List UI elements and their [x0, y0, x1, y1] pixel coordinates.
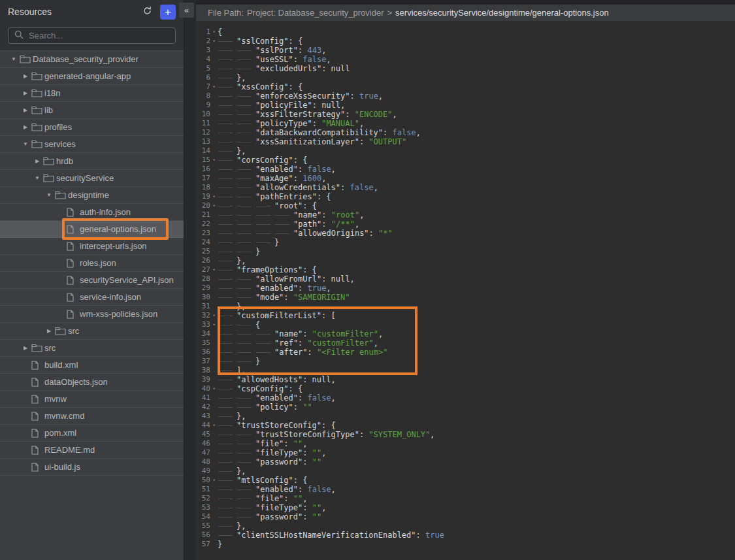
chevron-collapsed-icon[interactable]: ▶ [20, 90, 31, 96]
code-line-30[interactable]: 30"mode": "SAMEORIGIN" [196, 293, 735, 302]
tree-item-hrdb[interactable]: ▶hrdb [0, 153, 184, 170]
fold-arrow-icon[interactable]: ▾ [210, 37, 218, 46]
code-line-43[interactable]: 43}, [196, 412, 735, 421]
code-line-1[interactable]: 1▾{ [196, 27, 735, 37]
tree-item-securityService_API.json[interactable]: securityService_API.json [0, 272, 184, 289]
code-line-47[interactable]: 47"fileType": "", [196, 448, 735, 457]
code-editor[interactable]: 1▾{2▾"sslConfig": {3"sslPort": 443,4"use… [196, 21, 735, 560]
fold-arrow-icon[interactable]: ▾ [210, 156, 218, 165]
tree-item-mvnw[interactable]: mvnw [0, 391, 184, 408]
code-line-52[interactable]: 52"file": "", [196, 494, 735, 503]
collapse-sidebar-button[interactable]: « [179, 3, 194, 18]
tree-item-designtime[interactable]: ▼designtime [0, 187, 184, 204]
code-line-44[interactable]: 44▾"trustStoreConfig": { [196, 421, 735, 430]
tree-item-intercept-urls.json[interactable]: intercept-urls.json [0, 238, 184, 255]
code-line-25[interactable]: 25} [196, 247, 735, 256]
code-line-41[interactable]: 41"enabled": false, [196, 393, 735, 403]
code-line-28[interactable]: 28"allowFromUrl": null, [196, 274, 735, 284]
tree-item-ui-build.js[interactable]: ui-build.js [0, 459, 184, 476]
fold-arrow-icon[interactable]: ▾ [210, 201, 218, 210]
code-line-9[interactable]: 9"policyFile": null, [196, 101, 735, 110]
chevron-expanded-icon[interactable]: ▼ [31, 175, 43, 181]
code-line-38[interactable]: 38], [196, 366, 735, 375]
code-line-57[interactable]: 57} [196, 540, 735, 549]
fold-arrow-icon[interactable]: ▾ [210, 384, 218, 393]
code-line-23[interactable]: 23"allowedOrigins": "*" [196, 229, 735, 238]
fold-arrow-icon[interactable]: ▾ [210, 27, 218, 37]
tree-item-i18n[interactable]: ▶i18n [0, 85, 184, 102]
tree-item-wm-xss-policies.json[interactable]: wm-xss-policies.json [0, 306, 184, 323]
code-line-19[interactable]: 19▾"pathEntries": { [196, 192, 735, 201]
chevron-expanded-icon[interactable]: ▼ [43, 192, 55, 198]
tree-item-securityService[interactable]: ▼securityService [0, 170, 184, 187]
search-input[interactable] [29, 31, 169, 41]
code-line-12[interactable]: 12"dataBackwardCompatibility": false, [196, 128, 735, 137]
code-line-5[interactable]: 5"excludedUrls": null [196, 64, 735, 73]
code-line-8[interactable]: 8"enforceXssSecurity": true, [196, 91, 735, 101]
fold-arrow-icon[interactable]: ▾ [210, 421, 218, 430]
code-line-13[interactable]: 13"xssSanitizationLayer": "OUTPUT" [196, 137, 735, 146]
tree-item-auth-info.json[interactable]: auth-info.json [0, 204, 184, 221]
code-line-29[interactable]: 29"enabled": true, [196, 284, 735, 293]
code-line-55[interactable]: 55}, [196, 521, 735, 531]
code-line-27[interactable]: 27▾"frameOptions": { [196, 265, 735, 274]
code-line-32[interactable]: 32▾"customFilterList": [ [196, 311, 735, 320]
chevron-collapsed-icon[interactable]: ▶ [20, 107, 31, 113]
code-line-14[interactable]: 14}, [196, 146, 735, 156]
tree-item-src[interactable]: ▶src [0, 323, 184, 340]
tree-item-lib[interactable]: ▶lib [0, 102, 184, 119]
code-line-35[interactable]: 35"ref": "customFilter", [196, 338, 735, 348]
tree-item-profiles[interactable]: ▶profiles [0, 119, 184, 136]
chevron-expanded-icon[interactable]: ▼ [20, 141, 31, 147]
code-line-18[interactable]: 18"allowCredentials": false, [196, 183, 735, 192]
tree-item-roles.json[interactable]: roles.json [0, 255, 184, 272]
code-line-39[interactable]: 39"allowedHosts": null, [196, 375, 735, 384]
code-line-3[interactable]: 3"sslPort": 443, [196, 46, 735, 55]
code-line-37[interactable]: 37} [196, 357, 735, 366]
code-line-34[interactable]: 34"name": "customFilter", [196, 329, 735, 338]
chevron-collapsed-icon[interactable]: ▶ [20, 345, 31, 351]
tree-item-service-info.json[interactable]: service-info.json [0, 289, 184, 306]
code-line-36[interactable]: 36"after": "<Filter enum>" [196, 348, 735, 357]
code-line-48[interactable]: 48"password": "" [196, 457, 735, 467]
code-line-40[interactable]: 40▾"cspConfig": { [196, 384, 735, 393]
code-line-2[interactable]: 2▾"sslConfig": { [196, 37, 735, 46]
code-line-51[interactable]: 51"enabled": false, [196, 485, 735, 494]
code-line-10[interactable]: 10"xssFilterStrategy": "ENCODE", [196, 110, 735, 119]
chevron-collapsed-icon[interactable]: ▶ [31, 158, 43, 164]
fold-arrow-icon[interactable]: ▾ [210, 265, 218, 274]
tree-item-pom.xml[interactable]: pom.xml [0, 425, 184, 442]
chevron-expanded-icon[interactable]: ▼ [8, 56, 20, 62]
tree-item-services[interactable]: ▼services [0, 136, 184, 153]
code-line-22[interactable]: 22"path": "/**", [196, 220, 735, 229]
fold-arrow-icon[interactable]: ▾ [210, 476, 218, 485]
code-line-31[interactable]: 31}, [196, 302, 735, 311]
code-line-46[interactable]: 46"file": "", [196, 439, 735, 448]
code-line-11[interactable]: 11"policyType": "MANUAL", [196, 119, 735, 128]
code-line-26[interactable]: 26}, [196, 256, 735, 265]
code-line-21[interactable]: 21"name": "root", [196, 210, 735, 220]
code-line-20[interactable]: 20▾"root": { [196, 201, 735, 210]
code-line-49[interactable]: 49}, [196, 467, 735, 476]
code-line-42[interactable]: 42"policy": "" [196, 403, 735, 412]
code-line-15[interactable]: 15▾"corsConfig": { [196, 156, 735, 165]
tree-item-Database_security_provider[interactable]: ▼Database_security_provider [0, 51, 184, 68]
tree-item-dataObjects.json[interactable]: dataObjects.json [0, 374, 184, 391]
code-line-45[interactable]: 45"trustStoreConfigType": "SYSTEM_ONLY", [196, 430, 735, 439]
fold-arrow-icon[interactable]: ▾ [210, 82, 218, 91]
fold-arrow-icon[interactable]: ▾ [210, 311, 218, 320]
tree-item-mvnw.cmd[interactable]: mvnw.cmd [0, 408, 184, 425]
code-line-7[interactable]: 7▾"xssConfig": { [196, 82, 735, 91]
code-line-17[interactable]: 17"maxAge": 1600, [196, 174, 735, 183]
chevron-collapsed-icon[interactable]: ▶ [20, 73, 31, 79]
fold-arrow-icon[interactable]: ▾ [210, 320, 218, 329]
tree-item-README.md[interactable]: README.md [0, 442, 184, 459]
search-box[interactable] [8, 27, 176, 44]
code-line-33[interactable]: 33▾{ [196, 320, 735, 329]
chevron-collapsed-icon[interactable]: ▶ [20, 124, 31, 130]
code-line-4[interactable]: 4"useSSL": false, [196, 55, 735, 64]
tree-item-src[interactable]: ▶src [0, 340, 184, 357]
fold-arrow-icon[interactable]: ▾ [210, 192, 218, 201]
add-button[interactable]: + [160, 5, 176, 20]
code-line-56[interactable]: 56"clientSSLHostNameVerificationEnabled"… [196, 531, 735, 540]
